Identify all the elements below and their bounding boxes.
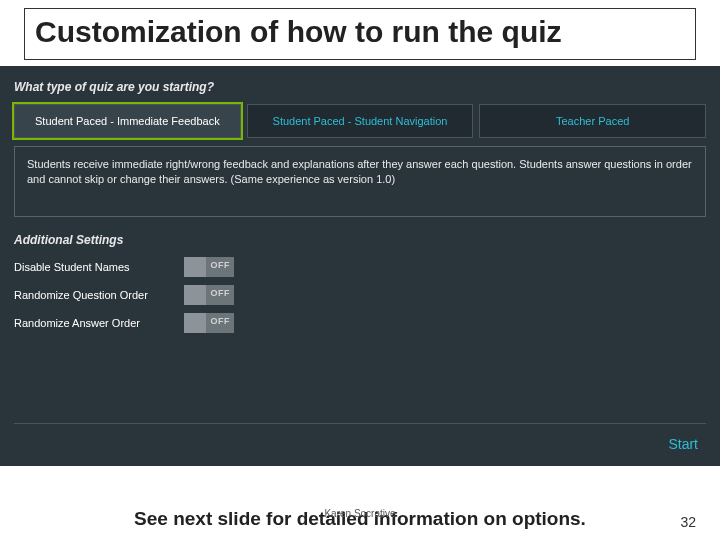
toggle-knob xyxy=(184,313,206,333)
slide-title: Customization of how to run the quiz xyxy=(35,15,685,49)
setting-randomize-answers: Randomize Answer Order OFF xyxy=(14,313,706,333)
setting-randomize-questions: Randomize Question Order OFF xyxy=(14,285,706,305)
toggle-randomize-answers[interactable]: OFF xyxy=(184,313,234,333)
slide-footer: Karen Socrative See next slide for detai… xyxy=(0,508,720,530)
additional-settings-heading: Additional Settings xyxy=(14,233,706,247)
setting-label: Randomize Answer Order xyxy=(14,317,184,329)
toggle-state: OFF xyxy=(211,288,231,298)
toggle-randomize-questions[interactable]: OFF xyxy=(184,285,234,305)
toggle-state: OFF xyxy=(211,260,231,270)
setting-label: Disable Student Names xyxy=(14,261,184,273)
slide-attribution: Karen Socrative xyxy=(324,508,395,519)
setting-label: Randomize Question Order xyxy=(14,289,184,301)
setting-disable-names: Disable Student Names OFF xyxy=(14,257,706,277)
toggle-knob xyxy=(184,257,206,277)
toggle-disable-names[interactable]: OFF xyxy=(184,257,234,277)
quiz-type-question: What type of quiz are you starting? xyxy=(14,80,706,94)
quiz-config-panel: What type of quiz are you starting? Stud… xyxy=(0,66,720,466)
start-bar: Start xyxy=(14,423,706,456)
option-description: Students receive immediate right/wrong f… xyxy=(14,146,706,217)
slide-title-container: Customization of how to run the quiz xyxy=(24,8,696,60)
start-button[interactable]: Start xyxy=(660,432,706,456)
quiz-type-options: Student Paced - Immediate Feedback Stude… xyxy=(14,104,706,138)
toggle-state: OFF xyxy=(211,316,231,326)
toggle-knob xyxy=(184,285,206,305)
page-number: 32 xyxy=(680,514,696,530)
option-teacher-paced[interactable]: Teacher Paced xyxy=(479,104,706,138)
option-immediate-feedback[interactable]: Student Paced - Immediate Feedback xyxy=(14,104,241,138)
option-student-navigation[interactable]: Student Paced - Student Navigation xyxy=(247,104,474,138)
